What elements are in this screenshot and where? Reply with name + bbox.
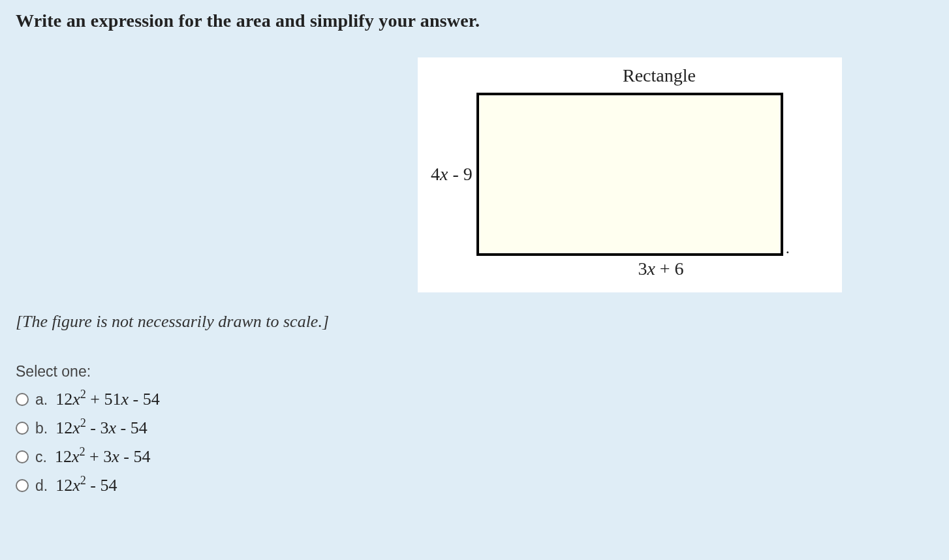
rectangle-shape: . [476, 93, 783, 256]
option-c[interactable]: c. 12x2 + 3x - 54 [16, 447, 933, 467]
option-a[interactable]: a. 12x2 + 51x - 54 [16, 390, 933, 409]
option-expression: 12x2 + 3x - 54 [55, 447, 151, 467]
answer-options: a. 12x2 + 51x - 54 b. 12x2 - 3x - 54 c. … [16, 390, 933, 495]
radio-icon[interactable] [16, 450, 29, 463]
height-label: 4x - 9 [431, 164, 476, 185]
option-expression: 12x2 - 3x - 54 [55, 418, 148, 438]
radio-icon[interactable] [16, 479, 29, 492]
option-expression: 12x2 + 51x - 54 [55, 390, 160, 409]
option-letter: d. [35, 477, 48, 495]
option-letter: a. [35, 391, 48, 409]
select-one-label: Select one: [16, 363, 933, 381]
option-letter: b. [35, 420, 48, 437]
width-label: 3x + 6 [431, 258, 829, 279]
figure-area: Rectangle 4x - 9 . 3x + 6 [16, 57, 933, 292]
question-prompt: Write an expression for the area and sim… [16, 10, 933, 31]
option-b[interactable]: b. 12x2 - 3x - 54 [16, 418, 933, 438]
option-letter: c. [35, 448, 47, 466]
option-d[interactable]: d. 12x2 - 54 [16, 476, 933, 495]
radio-icon[interactable] [16, 422, 29, 435]
option-expression: 12x2 - 54 [55, 476, 117, 495]
rectangle-figure: Rectangle 4x - 9 . 3x + 6 [418, 57, 842, 292]
radio-icon[interactable] [16, 393, 29, 406]
corner-dot: . [786, 240, 790, 257]
figure-title: Rectangle [431, 65, 829, 86]
scale-note: [The figure is not necessarily drawn to … [16, 312, 933, 332]
